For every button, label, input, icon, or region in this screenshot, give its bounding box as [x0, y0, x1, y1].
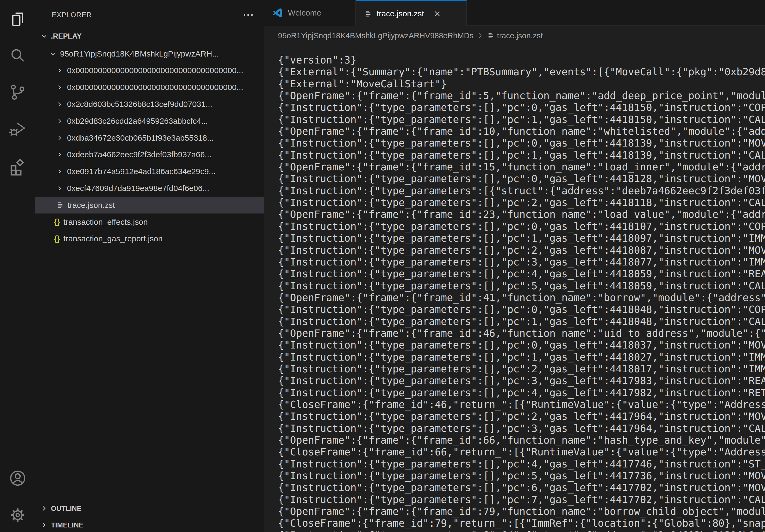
code-line[interactable]: {"Instruction":{"type_parameters":[],"pc…: [278, 304, 765, 315]
code-line[interactable]: {"Instruction":{"type_parameters":[],"pc…: [278, 114, 765, 126]
tab-trace-label: trace.json.zst: [377, 9, 424, 18]
tab-trace-json-zst[interactable]: trace.json.zst: [356, 0, 467, 26]
activity-source-control-button[interactable]: [0, 78, 35, 108]
vscode-logo-icon: [273, 8, 283, 18]
code-line[interactable]: {"CloseFrame":{"frame_id":66,"return_":[…: [278, 446, 765, 458]
source-control-icon: [9, 84, 26, 102]
close-icon[interactable]: [432, 9, 442, 19]
code-content: {"version":3}{"External":{"Summary":{"na…: [278, 54, 765, 532]
tree-item-0xdeeb7a4662eec9f2f3def03fb937[interactable]: 0xdeeb7a4662eec9f2f3def03fb937a66...: [35, 146, 264, 163]
tree-item-0xecf47609d7da919ea98e7fd04f6e[interactable]: 0xecf47609d7da919ea98e7fd04f6e06...: [35, 180, 264, 197]
code-line[interactable]: {"Instruction":{"type_parameters":[],"pc…: [278, 387, 765, 399]
tree-item-0x0000000000000000000000000000[interactable]: 0x000000000000000000000000000000000000..…: [35, 79, 264, 96]
code-line[interactable]: {"External":{"Summary":{"name":"PTBSumma…: [278, 66, 765, 78]
file-lines-icon: [364, 10, 372, 18]
chevron-right-icon: [56, 134, 63, 141]
sidebar-explorer: EXPLORER .REPLAY 95oR1YipjSnqd18K4BMshkL…: [35, 0, 264, 532]
file-lines-icon: [487, 32, 494, 39]
tree-item-0xe0917b74a5912e4ad186ac634e29[interactable]: 0xe0917b74a5912e4ad186ac634e29c9...: [35, 163, 264, 180]
code-line[interactable]: {"Instruction":{"type_parameters":[],"pc…: [278, 410, 765, 422]
code-line[interactable]: {"Instruction":{"type_parameters":[],"pc…: [278, 280, 765, 292]
code-line[interactable]: {"Instruction":{"type_parameters":[],"pc…: [278, 256, 765, 268]
code-line[interactable]: {"OpenFrame":{"frame":{"frame_id":46,"fu…: [278, 327, 765, 339]
code-line[interactable]: {"Instruction":{"type_parameters":[],"pc…: [278, 220, 765, 232]
code-line[interactable]: {"Instruction":{"type_parameters":[],"pc…: [278, 173, 765, 184]
tree-item-label: transaction_effects.json: [64, 217, 148, 227]
chevron-right-icon: [477, 32, 483, 39]
editor-pane[interactable]: {"version":3}{"External":{"Summary":{"na…: [264, 45, 765, 532]
section-replay[interactable]: .REPLAY: [35, 28, 264, 45]
breadcrumb-file[interactable]: trace.json.zst: [497, 31, 543, 40]
file-lines-icon: [56, 201, 64, 209]
code-line[interactable]: {"version":3}: [278, 54, 765, 66]
braces-icon: {}: [54, 234, 60, 243]
tree-item-0x0000000000000000000000000000[interactable]: 0x000000000000000000000000000000000000..…: [35, 62, 264, 79]
breadcrumb: 95oR1YipjSnqd18K4BMshkLgPijypwzARHV988eR…: [264, 26, 765, 45]
search-icon: [9, 47, 26, 65]
code-line[interactable]: {"Instruction":{"type_parameters":[],"pc…: [278, 351, 765, 363]
code-line[interactable]: {"Instruction":{"type_parameters":[],"pc…: [278, 268, 765, 280]
code-line[interactable]: {"Instruction":{"type_parameters":[],"pc…: [278, 422, 765, 434]
tree-item-0xdba34672e30cb065b1f93e3ab553[interactable]: 0xdba34672e30cb065b1f93e3ab55318...: [35, 130, 264, 146]
code-line[interactable]: {"OpenFrame":{"frame":{"frame_id":15,"fu…: [278, 161, 765, 173]
tree-item-transaction-gas-report-json[interactable]: {}transaction_gas_report.json: [35, 230, 264, 247]
braces-icon: {}: [54, 217, 60, 226]
code-line[interactable]: {"OpenFrame":{"frame":{"frame_id":66,"fu…: [278, 434, 765, 446]
section-replay-label: .REPLAY: [51, 32, 82, 40]
chevron-right-icon: [56, 168, 63, 175]
activity-explorer-button[interactable]: [0, 5, 35, 34]
tree-item-0x2c8d603bc51326b8c13cef9dd070[interactable]: 0x2c8d603bc51326b8c13cef9dd07031...: [35, 96, 264, 113]
activity-account-button[interactable]: [0, 464, 35, 493]
tree-item-95or1yipjsnqd18k4bmshklgpijypw[interactable]: 95oR1YipjSnqd18K4BMshkLgPijypwzARH...: [35, 45, 264, 62]
account-icon: [9, 469, 27, 488]
code-line[interactable]: {"Instruction":{"type_parameters":[],"pc…: [278, 232, 765, 244]
activity-search-button[interactable]: [0, 41, 35, 71]
code-line[interactable]: {"OpenFrame":{"frame":{"frame_id":23,"fu…: [278, 208, 765, 220]
code-line[interactable]: {"Instruction":{"type_parameters":[],"pc…: [278, 137, 765, 149]
tree-item-label: 0x2c8d603bc51326b8c13cef9dd07031...: [67, 100, 212, 109]
section-timeline[interactable]: TIMELINE: [35, 517, 264, 532]
chevron-right-icon: [41, 522, 48, 529]
code-line[interactable]: {"Instruction":{"type_parameters":[],"pc…: [278, 363, 765, 375]
code-line[interactable]: {"Instruction":{"type_parameters":[],"pc…: [278, 458, 765, 470]
section-outline[interactable]: OUTLINE: [35, 500, 264, 516]
breadcrumb-folder[interactable]: 95oR1YipjSnqd18K4BMshkLgPijypwzARHV988eR…: [278, 31, 473, 40]
code-line[interactable]: {"Instruction":{"type_parameters":[],"pc…: [278, 339, 765, 351]
activity-bar: [0, 0, 35, 532]
explorer-header: EXPLORER: [35, 8, 264, 21]
tree-item-trace-json-zst[interactable]: trace.json.zst: [35, 197, 264, 213]
code-line[interactable]: {"Instruction":{"type_parameters":[],"pc…: [278, 316, 765, 327]
activity-settings-button[interactable]: [0, 501, 35, 530]
code-line[interactable]: {"Instruction":{"type_parameters":[],"pc…: [278, 375, 765, 387]
tree-item-label: 0xecf47609d7da919ea98e7fd04f6e06...: [67, 184, 209, 193]
code-line[interactable]: {"OpenFrame":{"frame":{"frame_id":79,"fu…: [278, 505, 765, 517]
chevron-down-icon: [49, 50, 56, 57]
code-line[interactable]: {"Instruction":{"type_parameters":[],"pc…: [278, 149, 765, 161]
code-line[interactable]: {"Instruction":{"type_parameters":["u64"…: [278, 529, 765, 532]
code-line[interactable]: {"CloseFrame":{"frame_id":79,"return_":[…: [278, 517, 765, 529]
code-line[interactable]: {"Instruction":{"type_parameters":[],"pc…: [278, 482, 765, 493]
code-line[interactable]: {"Instruction":{"type_parameters":[{"str…: [278, 185, 765, 197]
code-line[interactable]: {"Instruction":{"type_parameters":[],"pc…: [278, 494, 765, 505]
code-line[interactable]: {"OpenFrame":{"frame":{"frame_id":41,"fu…: [278, 292, 765, 304]
code-line[interactable]: {"Instruction":{"type_parameters":[],"pc…: [278, 102, 765, 113]
activity-run-debug-button[interactable]: [0, 115, 35, 144]
tree-item-transaction-effects-json[interactable]: {}transaction_effects.json: [35, 213, 264, 230]
code-line[interactable]: {"CloseFrame":{"frame_id":46,"return_":[…: [278, 399, 765, 410]
explorer-more-actions-icon[interactable]: [239, 10, 258, 20]
tree-item-label: 0xdeeb7a4662eec9f2f3def03fb937a66...: [67, 150, 212, 159]
tree-item-label: 0x000000000000000000000000000000000000..…: [67, 83, 243, 92]
code-line[interactable]: {"External":"MoveCallStart"}: [278, 78, 765, 90]
activity-extensions-button[interactable]: [0, 153, 35, 183]
code-line[interactable]: {"OpenFrame":{"frame":{"frame_id":10,"fu…: [278, 126, 765, 137]
code-line[interactable]: {"Instruction":{"type_parameters":[],"pc…: [278, 197, 765, 208]
code-line[interactable]: {"Instruction":{"type_parameters":[],"pc…: [278, 470, 765, 482]
tree-item-0xb29d83c26cdd2a64959263abbcfc[interactable]: 0xb29d83c26cdd2a64959263abbcfc4...: [35, 113, 264, 130]
tree-item-label: transaction_gas_report.json: [64, 234, 163, 243]
tab-welcome[interactable]: Welcome: [264, 0, 356, 26]
chevron-right-icon: [56, 151, 63, 158]
code-line[interactable]: {"Instruction":{"type_parameters":[],"pc…: [278, 244, 765, 256]
chevron-right-icon: [41, 505, 48, 512]
tab-welcome-label: Welcome: [288, 8, 321, 17]
code-line[interactable]: {"OpenFrame":{"frame":{"frame_id":5,"fun…: [278, 90, 765, 102]
